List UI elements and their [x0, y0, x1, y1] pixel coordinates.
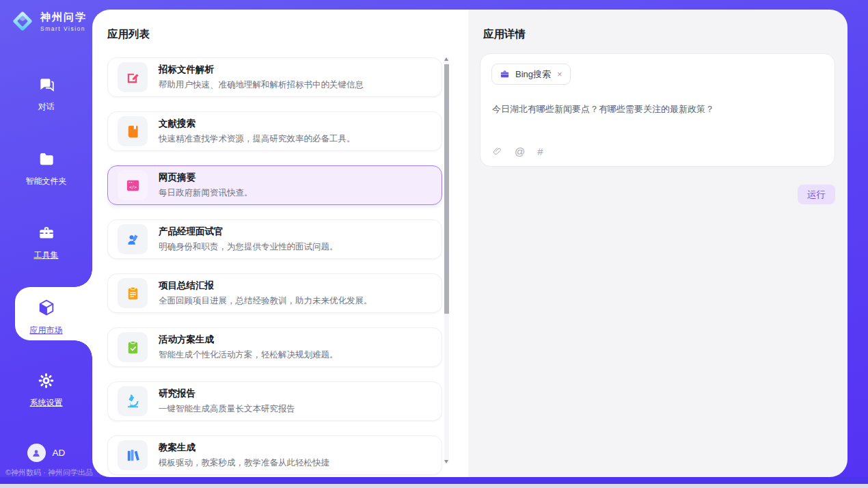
sidebar-item-toolset[interactable]: 工具集 — [0, 224, 92, 261]
user-account[interactable]: AD — [0, 444, 92, 462]
hash-icon[interactable]: # — [537, 146, 543, 157]
app-window: 神州问学 Smart Vision 对话 智能文件夹 — [0, 0, 868, 488]
avatar — [27, 444, 46, 462]
app-icon-tile — [118, 278, 148, 308]
app-description: 智能生成个性化活动方案，轻松解决规划难题。 — [159, 349, 338, 361]
sidebar-item-label: 智能文件夹 — [0, 176, 92, 187]
sidebar: 神州问学 Smart Vision 对话 智能文件夹 — [0, 0, 92, 488]
app-card-event-plan[interactable]: 活动方案生成 智能生成个性化活动方案，轻松解决规划难题。 — [107, 327, 442, 367]
scrollbar-up-arrow[interactable] — [444, 57, 448, 61]
chat-icon — [37, 76, 56, 94]
run-button[interactable]: 运行 — [798, 185, 835, 204]
app-list-title: 应用列表 — [107, 27, 150, 42]
app-name: 教案生成 — [159, 442, 329, 454]
app-description: 明确身份和职责，为您提供专业性的面试问题。 — [159, 241, 338, 253]
app-detail-title: 应用详情 — [483, 27, 526, 42]
sidebar-item-settings[interactable]: 系统设置 — [0, 372, 92, 409]
toolbox-icon — [37, 224, 56, 242]
app-description: 帮助用户快速、准确地理解和解析招标书中的关键信息 — [159, 79, 364, 91]
books-icon — [125, 448, 141, 463]
composer-toolbar: @ # — [492, 146, 543, 157]
brand-subtitle: Smart Vision — [40, 25, 87, 32]
app-icon-tile — [118, 440, 148, 470]
app-list-scrollbar — [444, 57, 449, 463]
svg-text:</>: </> — [128, 184, 136, 189]
tool-tag-bing-search[interactable]: Bing搜索 × — [491, 64, 571, 85]
app-name: 招标文件解析 — [159, 64, 364, 76]
app-icon-tile: </> — [118, 170, 148, 200]
app-icon-tile — [118, 386, 148, 416]
app-list: 招标文件解析 帮助用户快速、准确地理解和解析招标书中的关键信息 文献搜索 快速精… — [107, 57, 442, 476]
app-icon-tile — [118, 116, 148, 146]
folder-icon — [37, 150, 56, 168]
app-icon-tile — [118, 332, 148, 362]
gear-icon — [37, 372, 55, 390]
brand-logo: 神州问学 Smart Vision — [10, 9, 87, 33]
app-card-literature-search[interactable]: 文献搜索 快速精准查找学术资源，提高研究效率的必备工具。 — [107, 111, 442, 151]
user-initials: AD — [53, 448, 66, 458]
prompt-card: Bing搜索 × 今日湖北有哪些新闻要点？有哪些需要关注的最新政策？ @ # — [480, 53, 835, 167]
app-name: 网页摘要 — [159, 172, 253, 184]
app-list-panel: 应用列表 招标文件解析 帮助用户快速、准确地理解和解析招标书中的关键信息 — [92, 10, 468, 477]
clipboard-check-icon — [125, 340, 141, 355]
sidebar-item-label: 应用市场 — [0, 325, 92, 336]
app-name: 项目总结汇报 — [159, 280, 372, 292]
app-card-bid-parsing[interactable]: 招标文件解析 帮助用户快速、准确地理解和解析招标书中的关键信息 — [107, 57, 442, 97]
app-card-web-summary[interactable]: </> 网页摘要 每日政府新闻资讯快查。 — [107, 165, 442, 205]
app-name: 产品经理面试官 — [159, 226, 338, 238]
pen-square-icon — [125, 70, 141, 85]
sidebar-item-chat[interactable]: 对话 — [0, 76, 92, 113]
microscope-icon — [125, 394, 141, 409]
app-card-project-summary[interactable]: 项目总结汇报 全面回顾项目进展，总结经验教训，助力未来优化发展。 — [107, 273, 442, 313]
app-icon-tile — [118, 62, 148, 92]
sidebar-item-label: 对话 — [0, 101, 92, 113]
app-detail-panel: 应用详情 Bing搜索 × 今日湖北有哪些新闻要点？有哪些需要关注的最新政策？ — [468, 10, 847, 477]
mention-icon[interactable]: @ — [515, 146, 525, 157]
app-description: 全面回顾项目进展，总结经验教训，助力未来优化发展。 — [159, 295, 372, 307]
paperclip-icon[interactable] — [492, 146, 502, 157]
copyright-footer: ©神州数码 · 神州问学出品 — [5, 467, 93, 478]
app-description: 模板驱动，教案秒成，教学准备从此轻松快捷 — [159, 457, 329, 469]
sidebar-item-label: 系统设置 — [0, 397, 92, 409]
app-description: 一键智能生成高质量长文本研究报告 — [159, 403, 295, 415]
bottom-light-strip — [0, 484, 868, 488]
query-text[interactable]: 今日湖北有哪些新闻要点？有哪些需要关注的最新政策？ — [492, 103, 824, 116]
sidebar-item-app-market[interactable]: 应用市场 — [0, 298, 92, 336]
bottom-blue-strip — [0, 477, 868, 484]
briefcase-icon — [500, 69, 510, 79]
person-icon — [31, 448, 42, 459]
app-name: 文献搜索 — [159, 118, 355, 130]
interviewer-icon — [125, 232, 141, 247]
app-card-research-report[interactable]: 研究报告 一键智能生成高质量长文本研究报告 — [107, 381, 442, 421]
app-icon-tile — [118, 224, 148, 254]
app-name: 活动方案生成 — [159, 334, 338, 346]
app-description: 每日政府新闻资讯快查。 — [159, 187, 253, 199]
scrollbar-thumb[interactable] — [444, 64, 449, 314]
app-description: 快速精准查找学术资源，提高研究效率的必备工具。 — [159, 133, 355, 145]
tool-tag-label: Bing搜索 — [515, 68, 551, 81]
diamond-logo-icon — [10, 9, 35, 33]
app-name: 研究报告 — [159, 388, 295, 400]
app-card-lesson-plan[interactable]: 教案生成 模板驱动，教案秒成，教学准备从此轻松快捷 — [107, 435, 442, 475]
sidebar-item-label: 工具集 — [0, 249, 92, 261]
app-card-pm-interviewer[interactable]: 产品经理面试官 明确身份和职责，为您提供专业性的面试问题。 — [107, 219, 442, 259]
brand-name: 神州问学 — [40, 11, 87, 24]
tool-tag-close-icon[interactable]: × — [557, 69, 562, 79]
content-area: 应用列表 招标文件解析 帮助用户快速、准确地理解和解析招标书中的关键信息 — [92, 10, 847, 477]
browser-code-icon: </> — [125, 178, 141, 193]
clipboard-icon — [125, 286, 141, 301]
scrollbar-down-arrow[interactable] — [444, 460, 448, 463]
sidebar-item-smart-folder[interactable]: 智能文件夹 — [0, 150, 92, 187]
book-icon — [125, 124, 141, 139]
cube-icon — [36, 298, 57, 317]
